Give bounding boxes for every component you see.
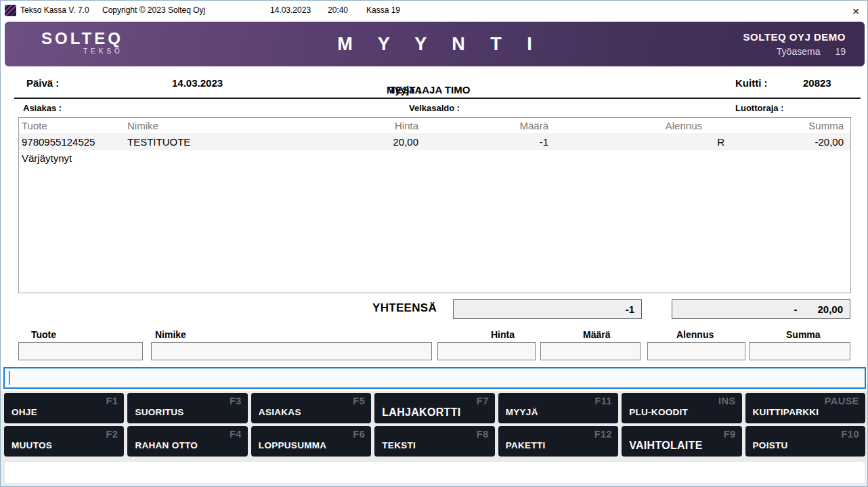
debt-label: Velkasaldo : <box>409 103 460 113</box>
app-header: SOLTEQ TEKSO M Y Y N T I SOLTEQ OYJ DEMO… <box>5 22 865 66</box>
asiakas-button[interactable]: ASIAKASF5 <box>251 393 371 423</box>
tuote-input[interactable] <box>18 342 143 360</box>
status-strip <box>5 462 865 483</box>
fkey-label: F12 <box>594 429 613 440</box>
total-quantity-box: -1 <box>453 299 642 319</box>
seller-value: TESTAAJA TIMO <box>389 84 470 96</box>
total-sum-value: 20,00 <box>817 303 843 315</box>
app-window: Tekso Kassa V. 7.0 Copyright © 2023 Solt… <box>0 0 868 487</box>
table-row[interactable]: 9780955124525 TESTITUOTE 20,00 -1 R -20,… <box>19 134 850 150</box>
lahjakortti-button[interactable]: LAHJAKORTTIF7 <box>374 393 494 423</box>
total-sum-box: - 20,00 <box>672 299 850 319</box>
text-caret <box>9 371 9 385</box>
kuittiparkki-button[interactable]: KUITTIPARKKIPAUSE <box>745 393 865 423</box>
fkey-label: F9 <box>724 429 736 440</box>
entry-label-alennus: Alennus <box>676 329 714 340</box>
customer-label: Asiakas : <box>23 103 62 113</box>
date-label: Päivä : <box>26 77 59 89</box>
fkey-label: F5 <box>353 396 365 406</box>
cell-alennus: R <box>548 134 726 150</box>
sale-info-row: Päivä : 14.03.2023 Myyjä : TESTAAJA TIMO… <box>1 70 867 98</box>
header-right: SOLTEQ OYJ DEMO Työasema19 <box>743 31 846 57</box>
workstation-info: Työasema19 <box>743 46 846 57</box>
customer-info-row: Asiakas : Velkasaldo : Luottoraja : <box>1 100 867 117</box>
fkey-label: INS <box>718 396 736 406</box>
sale-lines-table: Tuote Nimike Hinta Määrä Alennus Summa 9… <box>18 117 851 293</box>
receipt-label: Kuitti : <box>735 77 767 89</box>
command-line-wrap <box>3 367 866 389</box>
cell-nimike: TESTITUOTE <box>127 134 317 150</box>
entry-label-maara: Määrä <box>583 329 610 340</box>
col-header-tuote: Tuote <box>19 118 127 134</box>
register-id: Kassa 19 <box>366 5 400 15</box>
app-title: Tekso Kassa V. 7.0 <box>20 5 89 15</box>
titlebar-date: 14.03.2023 <box>270 5 311 15</box>
workstation-number: 19 <box>835 46 846 57</box>
cell-maara: -1 <box>418 134 548 150</box>
title-bar: Tekso Kassa V. 7.0 Copyright © 2023 Solt… <box>1 1 867 20</box>
loppusumma-button[interactable]: LOPPUSUMMAF6 <box>251 426 371 457</box>
vaihtolaite-button[interactable]: VAIHTOLAITEF9 <box>622 426 741 457</box>
cell-summa: -20,00 <box>726 134 850 150</box>
fkey-label: F11 <box>594 396 612 406</box>
seller-info: Myyjä : TESTAAJA TIMO <box>387 77 389 89</box>
fkey-label: PAUSE <box>825 396 859 406</box>
total-sum-sign: - <box>794 303 797 315</box>
workstation-label: Työasema <box>777 46 821 57</box>
suoritus-button[interactable]: SUORITUSF3 <box>127 393 247 423</box>
plu-koodit-button[interactable]: PLU-KOODITINS <box>622 393 741 423</box>
ohje-button[interactable]: OHJEF1 <box>4 393 124 423</box>
fkey-label: F8 <box>477 429 489 440</box>
entry-label-nimike: Nimike <box>155 329 186 340</box>
hinta-input[interactable] <box>437 342 536 360</box>
titlebar-time: 20:40 <box>328 5 348 15</box>
totals-row: YHTEENSÄ -1 - 20,00 <box>1 299 867 320</box>
app-icon <box>5 5 16 16</box>
keypad-grid: OHJEF1 SUORITUSF3 ASIAKASF5 LAHJAKORTTIF… <box>4 393 865 457</box>
company-name: SOLTEQ OYJ DEMO <box>743 31 846 43</box>
copyright-text: Copyright © 2023 Solteq Oyj <box>102 5 205 15</box>
fkey-label: F10 <box>842 429 860 440</box>
rahan-otto-button[interactable]: RAHAN OTTOF4 <box>127 426 247 457</box>
entry-section: Tuote Nimike Hinta Määrä Alennus Summa <box>1 328 867 365</box>
nimike-input[interactable] <box>151 342 432 360</box>
muutos-button[interactable]: MUUTOSF2 <box>4 426 124 457</box>
myyja-button[interactable]: MYYJÄF11 <box>498 393 618 423</box>
table-header-row: Tuote Nimike Hinta Määrä Alennus Summa <box>19 118 850 134</box>
fkey-label: F4 <box>230 429 242 440</box>
command-input[interactable] <box>3 367 866 389</box>
fkey-label: F2 <box>106 429 118 440</box>
maara-input[interactable] <box>540 342 641 360</box>
entry-label-hinta: Hinta <box>491 329 515 340</box>
col-header-alennus: Alennus <box>548 118 726 134</box>
function-keypad: OHJEF1 SUORITUSF3 ASIAKASF5 LAHJAKORTTIF… <box>1 391 867 487</box>
paketti-button[interactable]: PAKETTIF12 <box>498 426 618 457</box>
receipt-number: 20823 <box>803 77 831 89</box>
entry-label-tuote: Tuote <box>31 329 56 340</box>
summa-input[interactable] <box>749 342 850 360</box>
col-header-nimike: Nimike <box>127 118 317 134</box>
fkey-label: F6 <box>353 429 365 440</box>
entry-label-summa: Summa <box>786 329 821 340</box>
col-header-maara: Määrä <box>418 118 548 134</box>
fkey-label: F3 <box>230 396 242 406</box>
date-value: 14.03.2023 <box>172 77 223 89</box>
totals-label: YHTEENSÄ <box>372 301 437 315</box>
total-quantity-value: -1 <box>626 303 634 315</box>
cell-tuote: 9780955124525 <box>19 134 127 150</box>
credit-label: Luottoraja : <box>735 103 784 113</box>
table-row-extra-line[interactable]: Värjäytynyt <box>19 150 850 167</box>
teksti-button[interactable]: TEKSTIF8 <box>374 426 494 457</box>
fkey-label: F7 <box>477 396 489 406</box>
fkey-label: F1 <box>106 396 118 406</box>
col-header-hinta: Hinta <box>317 118 418 134</box>
alennus-input[interactable] <box>647 342 745 360</box>
page-title: M Y Y N T I <box>5 34 865 55</box>
close-icon[interactable]: ✕ <box>852 5 860 18</box>
col-header-summa: Summa <box>726 118 850 134</box>
divider-line <box>14 98 861 99</box>
cell-hinta: 20,00 <box>317 134 418 150</box>
poistu-button[interactable]: POISTUF10 <box>745 426 865 457</box>
